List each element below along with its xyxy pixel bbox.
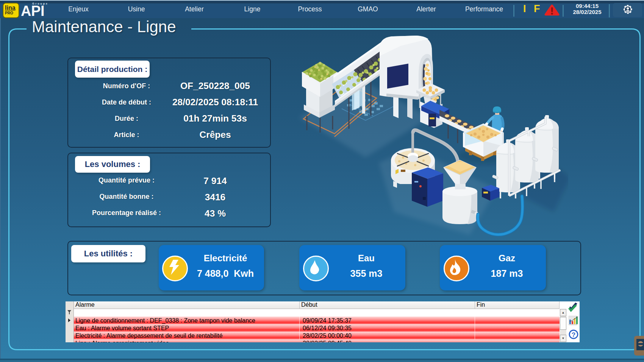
svg-text:?: ? — [572, 331, 575, 339]
